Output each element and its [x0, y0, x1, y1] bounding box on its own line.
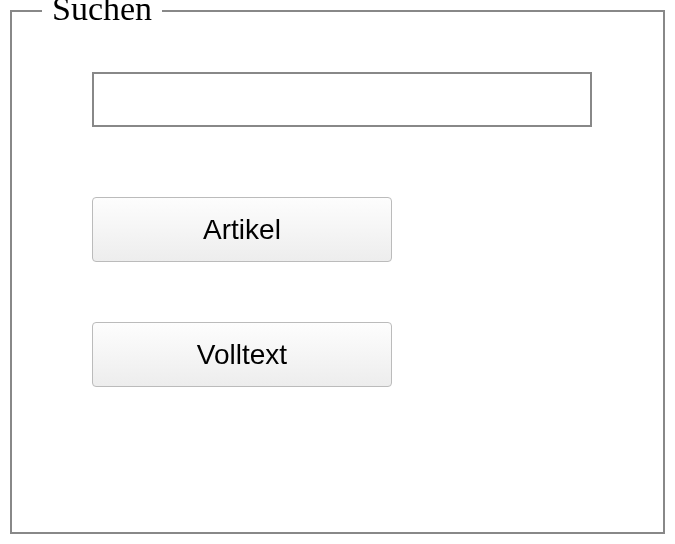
search-legend: Suchen [42, 0, 162, 28]
artikel-button[interactable]: Artikel [92, 197, 392, 262]
search-input[interactable] [92, 72, 592, 127]
search-fieldset: Suchen Artikel Volltext [10, 10, 665, 534]
volltext-button[interactable]: Volltext [92, 322, 392, 387]
